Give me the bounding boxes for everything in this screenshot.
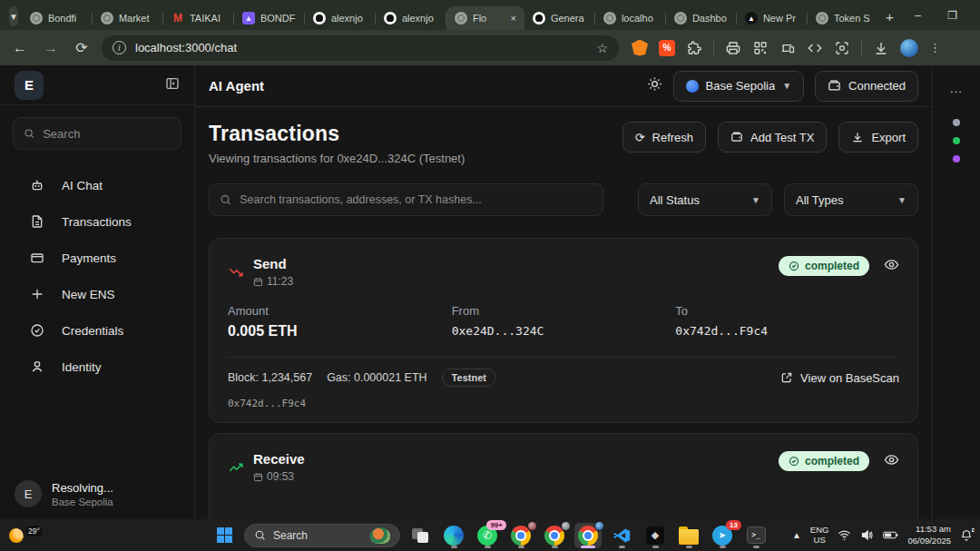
whatsapp-app[interactable]: 99+ ✆	[474, 523, 501, 548]
battery-icon[interactable]	[883, 530, 898, 540]
reload-icon[interactable]: ⟳	[71, 39, 93, 56]
browser-tab-taikai[interactable]: M TAIKAI	[163, 6, 234, 30]
forward-icon[interactable]: →	[40, 40, 62, 56]
chrome-app-profile1[interactable]	[507, 523, 534, 548]
browser-tab-market[interactable]: Market	[93, 6, 163, 30]
taskbar-search[interactable]: Search	[244, 524, 400, 547]
sidebar-search-input[interactable]	[43, 127, 171, 141]
telegram-badge: 13	[726, 520, 741, 530]
panel-menu-icon[interactable]: ...	[950, 82, 963, 95]
browser-tab-genera[interactable]: Genera	[524, 6, 595, 30]
print-icon[interactable]	[725, 40, 741, 56]
tray-expand-chevron-icon[interactable]: ▲	[792, 530, 801, 540]
edge-app[interactable]	[440, 523, 467, 548]
view-details-eye-icon[interactable]	[884, 452, 899, 471]
network-selector-label: Base Sepolia	[706, 79, 776, 93]
sidebar-item-identity[interactable]: Identity	[0, 349, 194, 385]
type-filter-select[interactable]: All Types ▼	[784, 183, 918, 216]
sidebar-search[interactable]	[13, 117, 181, 150]
gray-dot-icon[interactable]	[953, 119, 960, 126]
transaction-card-receive: Receive 09:53 completed	[209, 433, 918, 519]
browser-tab-dashboard[interactable]: Dashbo	[666, 6, 737, 30]
sidebar-item-credentials[interactable]: Credentials	[0, 312, 194, 349]
browser-tab-alexnjo-1[interactable]: alexnjo	[305, 6, 376, 30]
sidebar-collapse-icon[interactable]	[165, 76, 180, 94]
terminal-app[interactable]: >_	[742, 523, 769, 548]
metamask-icon[interactable]	[632, 40, 648, 56]
browser-tab-token[interactable]: Token S	[808, 6, 878, 30]
browser-tab-new-project[interactable]: ▲ New Pr	[737, 6, 808, 30]
transactions-search-input[interactable]	[240, 193, 593, 206]
transaction-card-send: Send 11:23 completed	[209, 238, 918, 423]
sidebar-item-ai-chat[interactable]: AI Chat	[0, 167, 194, 203]
sidebar-item-new-ens[interactable]: New ENS	[0, 276, 194, 312]
task-view-button[interactable]	[407, 523, 434, 548]
chrome-app-profile2[interactable]	[541, 523, 568, 548]
vscode-app[interactable]	[608, 523, 635, 548]
browser-tab-bondf[interactable]: ▲ BONDF	[234, 6, 305, 30]
network-selector-button[interactable]: Base Sepolia ▼	[673, 71, 805, 102]
chrome-app-active[interactable]	[574, 523, 602, 548]
tab-close-icon[interactable]: ×	[510, 13, 515, 24]
temperature-label: 29°	[25, 526, 43, 536]
url-bar[interactable]: i localhost:3000/chat ☆	[102, 35, 619, 61]
purple-dot-icon[interactable]	[953, 155, 960, 162]
screen-capture-icon[interactable]	[834, 40, 850, 56]
tab-search-button[interactable]: ▼	[9, 6, 18, 26]
browser-menu-icon[interactable]: ⋮	[929, 41, 942, 54]
file-explorer-app[interactable]	[675, 523, 702, 548]
notification-bell-icon[interactable]: z	[960, 529, 973, 542]
view-details-eye-icon[interactable]	[884, 257, 899, 276]
globe-favicon	[455, 12, 467, 25]
maximize-button[interactable]: ❐	[936, 0, 970, 30]
language-indicator[interactable]: ENG US	[810, 526, 829, 546]
green-dot-icon[interactable]	[953, 137, 960, 144]
wifi-icon[interactable]	[838, 529, 851, 541]
browser-tab-alexnjo-2[interactable]: alexnjo	[376, 6, 446, 30]
browser-tab-active-flo[interactable]: Flo ×	[446, 6, 524, 30]
export-button[interactable]: Export	[838, 122, 918, 153]
connected-button[interactable]: Connected	[815, 71, 918, 102]
sidebar-item-payments[interactable]: Payments	[0, 240, 194, 276]
transactions-search[interactable]	[209, 183, 603, 216]
start-button[interactable]	[211, 523, 238, 548]
weather-widget[interactable]: 29°	[9, 528, 43, 543]
code-icon[interactable]	[807, 40, 823, 56]
download-icon[interactable]	[873, 40, 889, 56]
clock-widget[interactable]: 11:53 am 06/09/2025	[907, 524, 951, 546]
extensions-puzzle-icon[interactable]	[686, 40, 702, 56]
site-info-icon[interactable]: i	[113, 41, 126, 54]
bookmark-star-icon[interactable]: ☆	[596, 41, 608, 55]
view-on-basescan-link[interactable]: View on BaseScan	[780, 371, 899, 385]
browser-tab-bondfi[interactable]: Bondfi	[22, 6, 93, 30]
url-text[interactable]: localhost:3000/chat	[135, 41, 587, 54]
search-icon	[24, 127, 34, 140]
devices-icon[interactable]	[779, 40, 796, 56]
status-filter-select[interactable]: All Status ▼	[638, 183, 772, 216]
new-tab-button[interactable]: +	[886, 9, 894, 25]
profile-avatar[interactable]	[900, 39, 918, 57]
cube-app[interactable]: ◆	[642, 523, 669, 548]
add-test-tx-button[interactable]: Add Test TX	[718, 122, 827, 153]
theme-toggle-sun-icon[interactable]	[647, 76, 662, 95]
volume-icon[interactable]	[860, 529, 874, 541]
sidebar-footer[interactable]: E Resolving... Base Sepolia	[0, 468, 194, 519]
telegram-app[interactable]: 13 ➤	[709, 523, 736, 548]
chevron-down-icon: ▼	[782, 81, 791, 91]
to-label: To	[675, 304, 899, 318]
vscode-icon	[612, 526, 631, 545]
refresh-button[interactable]: ⟳ Refresh	[622, 122, 706, 153]
globe-favicon	[101, 12, 113, 25]
back-icon[interactable]: ←	[9, 40, 31, 56]
close-button[interactable]: ✕	[970, 0, 980, 30]
sidebar-item-label: Credentials	[62, 324, 123, 338]
status-badge: completed	[779, 256, 869, 276]
qr-code-icon[interactable]	[752, 40, 769, 56]
connected-label: Connected	[848, 79, 906, 93]
browser-tab-localhost[interactable]: localho	[595, 6, 666, 30]
transaction-time: 11:23	[267, 275, 293, 288]
extension-icon[interactable]: %	[659, 40, 675, 56]
search-icon	[220, 193, 231, 206]
sidebar-item-transactions[interactable]: Transactions	[0, 203, 194, 240]
minimize-button[interactable]: –	[901, 0, 936, 30]
